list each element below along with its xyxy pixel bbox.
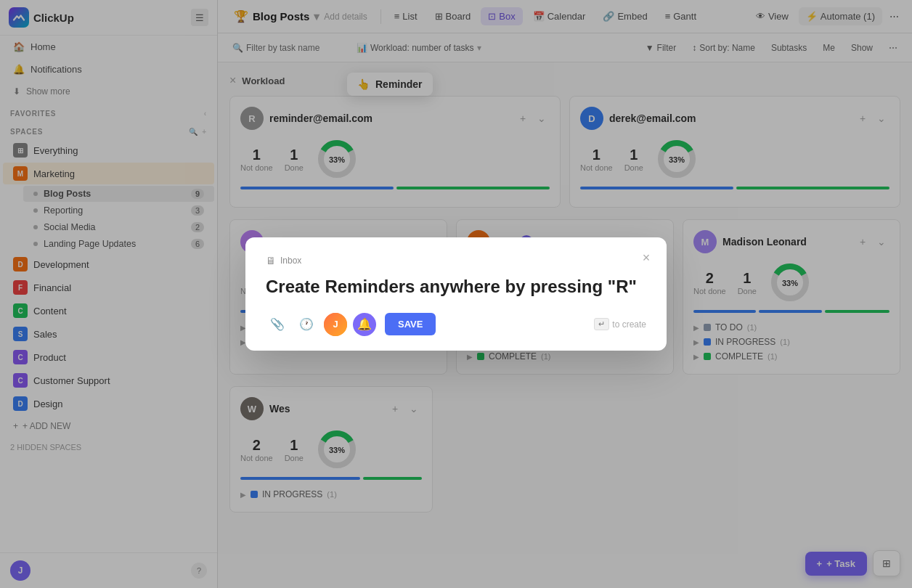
modal-inbox-label-text: Inbox — [280, 256, 301, 266]
enter-key-icon: ↵ — [594, 318, 609, 330]
modal-clock-button[interactable]: 🕐 — [295, 313, 318, 336]
modal-title: Create Reminders anywhere by pressing "R… — [266, 275, 646, 298]
inbox-icon: 🖥 — [266, 255, 276, 266]
modal-user-avatar[interactable]: J — [324, 313, 347, 336]
modal-overlay[interactable]: × 🖥 Inbox Create Reminders anywhere by p… — [0, 0, 912, 588]
modal-inbox-area: 🖥 Inbox — [266, 255, 646, 266]
modal-attach-button[interactable]: 📎 — [266, 313, 289, 336]
modal-save-button[interactable]: SAVE — [385, 313, 436, 335]
enter-hint-text: to create — [612, 319, 646, 330]
modal-actions-row: 📎 🕐 J 🔔 SAVE ↵ to create — [266, 313, 646, 336]
reminder-modal: × 🖥 Inbox Create Reminders anywhere by p… — [245, 237, 667, 350]
modal-close-button[interactable]: × — [636, 248, 656, 268]
modal-bell-button[interactable]: 🔔 — [353, 313, 376, 336]
modal-enter-hint: ↵ to create — [594, 318, 646, 330]
